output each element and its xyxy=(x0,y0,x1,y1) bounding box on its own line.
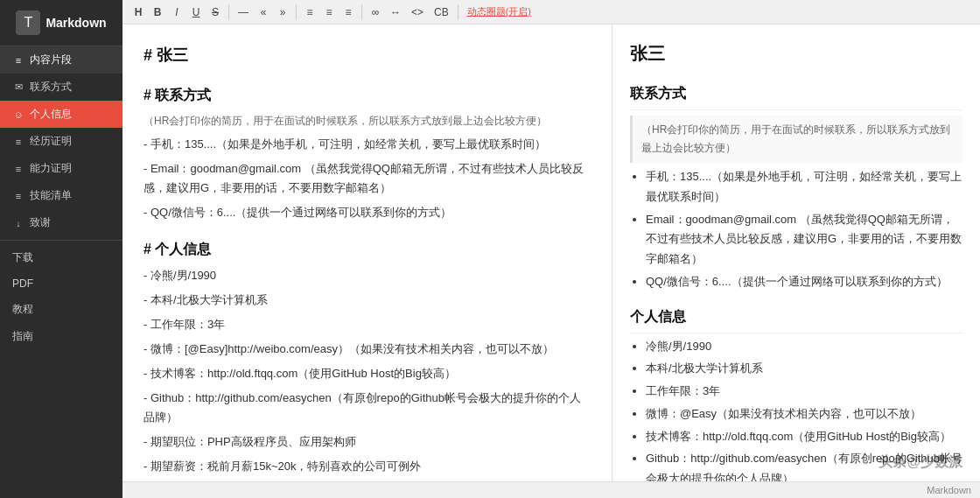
editor-position: - 期望职位：PHP高级程序员、应用架构师 xyxy=(144,432,591,452)
sidebar-item-tutorial[interactable]: 教程 xyxy=(0,296,122,323)
content-area: # 张三 # 联系方式 （HR会打印你的简历，用于在面试的时候联系，所以联系方式… xyxy=(122,25,980,481)
sidebar-item-experience[interactable]: ≡ 经历证明 xyxy=(0,128,122,155)
sidebar-divider xyxy=(0,240,122,241)
preview-panel: 张三 联系方式 （HR会打印你的简历，用于在面试的时候联系，所以联系方式放到最上… xyxy=(612,25,980,481)
logo-text: Markdown xyxy=(46,16,106,30)
sidebar-item-personal[interactable]: ☺ 个人信息 xyxy=(0,101,122,128)
list-icon-2: ≡ xyxy=(12,164,24,174)
toolbar-active-link[interactable]: 动态圈题(开启) xyxy=(463,4,536,20)
toolbar-italic-btn[interactable]: I xyxy=(168,4,186,20)
sidebar: T Markdown ≡ 内容片段 ✉ 联系方式 ☺ 个人信息 ≡ 经历证明 ≡… xyxy=(0,0,122,498)
toolbar-bold-btn[interactable]: B xyxy=(149,4,166,20)
email-icon: ✉ xyxy=(12,81,24,93)
list-item: Github：http://github.com/easychen（有原创rep… xyxy=(646,449,962,481)
sidebar-item-thanks[interactable]: ↓ 致谢 xyxy=(0,209,122,236)
editor-email: - Email：goodman@gmail.com （虽然我觉得QQ邮箱无所谓，… xyxy=(144,159,591,198)
toolbar-underline-btn[interactable]: U xyxy=(187,4,205,20)
sidebar-item-contact[interactable]: ✉ 联系方式 xyxy=(0,74,122,101)
bottom-bar: Markdown xyxy=(122,481,980,498)
editor-salary: - 期望薪资：税前月薪15k~20k，特别喜欢的公司可例外 xyxy=(144,457,591,476)
editor-contact-note: （HR会打印你的简历，用于在面试的时候联系，所以联系方式放到最上边会比较方便） xyxy=(144,112,591,130)
list-item: 手机：135....（如果是外地手机，可注明，如经常关机，要写上最优联系时间） xyxy=(646,167,962,207)
editor-phone: - 手机：135....（如果是外地手机，可注明，如经常关机，要写上最优联系时间… xyxy=(144,135,591,154)
toolbar-link-btn[interactable]: ∞ xyxy=(367,4,384,20)
person-icon: ☺ xyxy=(12,109,24,120)
toolbar-list1-btn[interactable]: ≡ xyxy=(301,4,318,20)
preview-contact-list: 手机：135....（如果是外地手机，可注明，如经常关机，要写上最优联系时间） … xyxy=(630,167,962,292)
toolbar: H B I U S — « » ≡ ≡ ≡ ∞ ↔ <> CB 动态圈题(开启) xyxy=(122,0,980,25)
editor-weibo: - 微博：[@Easy]http://weibo.com/easy）（如果没有技… xyxy=(144,340,591,359)
toolbar-code-btn[interactable]: <> xyxy=(407,4,428,20)
editor-title: # 张三 xyxy=(144,42,591,69)
list-item: 技术博客：http://old.ftqq.com（使用GitHub Host的B… xyxy=(646,427,962,447)
toolbar-strike-btn[interactable]: S xyxy=(206,4,224,20)
toolbar-list2-btn[interactable]: ≡ xyxy=(320,4,338,20)
toolbar-list3-btn[interactable]: ≡ xyxy=(340,4,357,20)
list-item: 冷熊/男/1990 xyxy=(646,337,962,357)
toolbar-separator-2 xyxy=(296,4,297,20)
toolbar-quote-left-btn[interactable]: « xyxy=(255,4,272,20)
toolbar-separator-4 xyxy=(458,4,458,20)
list-item: 微博：@Easy（如果没有技术相关内容，也可以不放） xyxy=(646,404,962,424)
preview-contact-heading: 联系方式 xyxy=(630,81,962,110)
list-item: Email：goodman@gmail.com （虽然我觉得QQ邮箱无所谓，不过… xyxy=(646,210,962,270)
list-icon-1: ≡ xyxy=(12,137,24,147)
editor-personal-heading: # 个人信息 xyxy=(144,237,591,261)
preview-personal-list: 冷熊/男/1990 本科/北极大学计算机系 工作年限：3年 微博：@Easy（如… xyxy=(630,337,962,482)
preview-contact-note: （HR会打印你的简历，用于在面试的时候联系，所以联系方式放到最上边会比较方便） xyxy=(630,116,962,163)
list-item: 工作年限：3年 xyxy=(646,382,962,402)
sidebar-item-skills[interactable]: ≡ 技能清单 xyxy=(0,182,122,209)
editor-blog: - 技术博客：http://old.ftqq.com（使用GitHub Host… xyxy=(144,364,591,383)
toolbar-quote-right-btn[interactable]: » xyxy=(274,4,291,20)
preview-name: 张三 xyxy=(630,39,962,69)
list-item: QQ/微信号：6....（提供一个通过网络可以联系到你的方式） xyxy=(646,272,962,292)
toolbar-separator-1 xyxy=(228,4,229,20)
list-icon-3: ≡ xyxy=(12,191,24,201)
download-icon: ↓ xyxy=(12,218,24,228)
content-icon: ≡ xyxy=(12,55,24,66)
preview-personal-heading: 个人信息 xyxy=(630,305,962,333)
editor-qq: - QQ/微信号：6....（提供一个通过网络可以联系到你的方式） xyxy=(144,203,591,222)
sidebar-item-download[interactable]: 下载 xyxy=(0,244,122,271)
toolbar-h-btn[interactable]: H xyxy=(130,4,147,20)
toolbar-dash-btn[interactable]: — xyxy=(234,4,253,20)
main-area: H B I U S — « » ≡ ≡ ≡ ∞ ↔ <> CB 动态圈题(开启)… xyxy=(122,0,980,498)
sidebar-item-pdf[interactable]: PDF xyxy=(0,271,122,296)
bottom-label: Markdown xyxy=(927,485,971,495)
editor-contact-heading: # 联系方式 xyxy=(144,83,591,107)
editor-panel[interactable]: # 张三 # 联系方式 （HR会打印你的简历，用于在面试的时候联系，所以联系方式… xyxy=(122,25,612,481)
sidebar-section-header[interactable]: ≡ 内容片段 xyxy=(0,46,122,74)
sidebar-logo: T Markdown xyxy=(0,0,122,46)
toolbar-cb-btn[interactable]: CB xyxy=(430,4,453,20)
sidebar-item-guide[interactable]: 指南 xyxy=(0,323,122,350)
editor-years: - 工作年限：3年 xyxy=(144,315,591,334)
editor-edu: - 本科/北极大学计算机系 xyxy=(144,291,591,310)
toolbar-hr-btn[interactable]: ↔ xyxy=(386,4,405,20)
toolbar-separator-3 xyxy=(361,4,362,20)
sidebar-item-ability[interactable]: ≡ 能力证明 xyxy=(0,155,122,182)
editor-gender: - 冷熊/男/1990 xyxy=(144,266,591,285)
list-item: 本科/北极大学计算机系 xyxy=(646,359,962,379)
logo-icon: T xyxy=(16,11,40,35)
editor-github: - Github：http://github.com/easychen（有原创r… xyxy=(144,389,591,427)
